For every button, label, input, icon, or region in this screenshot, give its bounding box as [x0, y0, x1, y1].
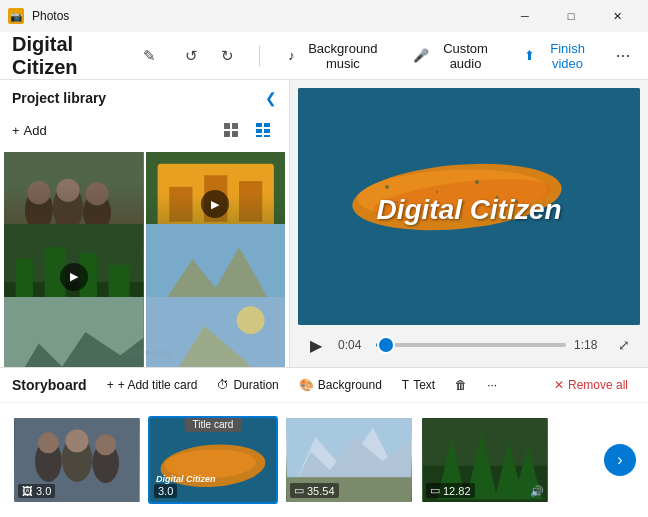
- timeline-scrubber[interactable]: [376, 343, 566, 347]
- title-card-badge: Title card: [185, 417, 242, 432]
- header-divider: [259, 46, 260, 66]
- project-library-panel: Project library ❮ + Add: [0, 80, 290, 367]
- play-overlay: ▶: [60, 263, 88, 291]
- svg-point-46: [436, 191, 438, 193]
- video-icon-2: ▭: [430, 484, 440, 497]
- svg-point-52: [66, 429, 89, 452]
- storyboard-card-title[interactable]: Title card Digital Citizen 3.0: [148, 416, 278, 504]
- app-icon: 📷: [8, 8, 24, 24]
- video-preview-panel: Digital Citizen ▶ 0:04 1:18 ⤢: [290, 80, 648, 367]
- delete-icon: 🗑: [455, 378, 467, 392]
- media-thumbnail[interactable]: [4, 297, 144, 367]
- play-button[interactable]: ▶: [302, 331, 330, 359]
- video-icon: ▭: [294, 484, 304, 497]
- add-title-card-button[interactable]: + + Add title card: [99, 374, 206, 396]
- thumb-image-5: [4, 297, 144, 367]
- svg-rect-5: [264, 123, 270, 127]
- storyboard-cards: 🖼 3.0 Title card Digital Citizen 3.0: [0, 403, 648, 517]
- card-title-text: Digital Citizen: [156, 474, 270, 484]
- svg-rect-1: [232, 123, 238, 129]
- thumb-image-6: [146, 297, 286, 367]
- media-grid: ▶ ▶: [0, 152, 289, 367]
- background-button[interactable]: 🎨 Background: [291, 374, 390, 396]
- svg-rect-6: [256, 129, 262, 133]
- svg-rect-22: [239, 181, 262, 222]
- remove-all-label: Remove all: [568, 378, 628, 392]
- list-view-button[interactable]: [249, 116, 277, 144]
- card-duration-2: 3.0: [154, 484, 177, 498]
- svg-rect-8: [256, 135, 262, 137]
- redo-button[interactable]: ↻: [211, 40, 243, 72]
- add-title-card-label: + Add title card: [118, 378, 198, 392]
- duration-value-4: 12.82: [443, 485, 471, 497]
- window-controls: ─ □ ✕: [502, 0, 640, 32]
- more-options-button[interactable]: ···: [610, 40, 636, 72]
- storyboard-card-1[interactable]: 🖼 3.0: [12, 416, 142, 504]
- svg-rect-4: [256, 123, 262, 127]
- duration-value-2: 3.0: [158, 485, 173, 497]
- edit-title-button[interactable]: ✎: [136, 40, 163, 72]
- text-label: Text: [413, 378, 435, 392]
- panel-title: Project library: [12, 90, 106, 106]
- audio-icon: 🔊: [530, 485, 544, 498]
- svg-rect-0: [224, 123, 230, 129]
- add-label: Add: [24, 123, 47, 138]
- maximize-button[interactable]: □: [548, 0, 594, 32]
- finish-label: Finish video: [541, 41, 594, 71]
- add-media-button[interactable]: + Add: [12, 123, 47, 138]
- svg-point-14: [27, 181, 50, 204]
- svg-point-16: [85, 182, 108, 205]
- delete-button[interactable]: 🗑: [447, 374, 475, 396]
- card-duration-4: ▭ 12.82: [426, 483, 475, 498]
- finish-video-button[interactable]: ⬆ Finish video: [512, 35, 606, 77]
- storyboard-card-3[interactable]: ▭ 35.54: [284, 416, 414, 504]
- custom-audio-button[interactable]: 🎤 Custom audio: [401, 35, 508, 77]
- remove-all-button[interactable]: ✕ Remove all: [546, 374, 636, 396]
- fullscreen-button[interactable]: ⤢: [612, 333, 636, 357]
- header-actions: ♪ Background music 🎤 Custom audio ⬆ Fini…: [276, 35, 636, 77]
- project-title: Digital Citizen: [12, 33, 124, 79]
- next-button[interactable]: ›: [604, 444, 636, 476]
- media-thumbnail[interactable]: [146, 297, 286, 367]
- app-name: Photos: [32, 9, 69, 23]
- duration-value-1: 3.0: [36, 485, 51, 497]
- storyboard-panel: Storyboard + + Add title card ⏱ Duration…: [0, 367, 648, 517]
- video-preview: Digital Citizen: [298, 88, 640, 325]
- collapse-panel-button[interactable]: ❮: [265, 90, 277, 106]
- close-button[interactable]: ✕: [594, 0, 640, 32]
- music-icon: ♪: [288, 48, 295, 63]
- app-header: Digital Citizen ✎ ↺ ↻ ♪ Background music…: [0, 32, 648, 80]
- card-duration-1: 🖼 3.0: [18, 484, 55, 498]
- storyboard-title: Storyboard: [12, 377, 87, 393]
- share-icon: ⬆: [524, 48, 535, 63]
- bg-music-button[interactable]: ♪ Background music: [276, 35, 397, 77]
- play-overlay: ▶: [201, 190, 229, 218]
- total-duration: 1:18: [574, 338, 604, 352]
- storyboard-card-4[interactable]: ▭ 12.82 🔊: [420, 416, 550, 504]
- duration-button[interactable]: ⏱ Duration: [209, 374, 286, 396]
- background-label: Background: [318, 378, 382, 392]
- bg-music-label: Background music: [301, 41, 385, 71]
- svg-rect-2: [224, 131, 230, 137]
- sb-more-button[interactable]: ···: [479, 374, 505, 396]
- grid-icon: [223, 122, 239, 138]
- panel-header: Project library ❮: [0, 80, 289, 112]
- svg-point-53: [95, 434, 116, 455]
- text-button[interactable]: T Text: [394, 374, 443, 396]
- undo-button[interactable]: ↺: [175, 40, 207, 72]
- svg-rect-20: [169, 187, 192, 222]
- svg-rect-9: [264, 135, 270, 137]
- minimize-button[interactable]: ─: [502, 0, 548, 32]
- svg-rect-7: [264, 129, 270, 133]
- view-toggle: [217, 116, 277, 144]
- plus-icon: +: [12, 123, 20, 138]
- bg-icon: 🎨: [299, 378, 314, 392]
- text-icon: T: [402, 378, 409, 392]
- svg-rect-3: [232, 131, 238, 137]
- close-icon: ✕: [554, 378, 564, 392]
- undo-redo-group: ↺ ↻: [175, 40, 243, 72]
- title-bar: 📷 Photos ─ □ ✕: [0, 0, 648, 32]
- main-content: Project library ❮ + Add: [0, 80, 648, 367]
- grid-view-button[interactable]: [217, 116, 245, 144]
- clock-icon: ⏱: [217, 378, 229, 392]
